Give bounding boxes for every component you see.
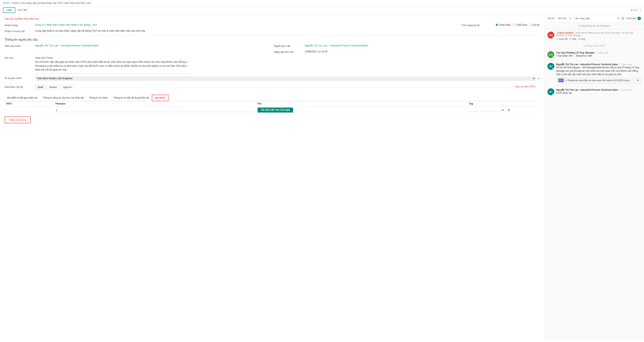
- tab-chi-tiet[interactable]: Thông tin chi tiết nội dung khảo sát: [110, 95, 152, 101]
- radio-du-an[interactable]: Dự án: [530, 24, 540, 26]
- next-page-button[interactable]: ›: [640, 8, 641, 12]
- giai-doan-review[interactable]: Review: [47, 85, 59, 89]
- right-tab-gui-tin[interactable]: Gửi tin: [548, 16, 555, 20]
- khach-hang-row: Khách hàng Công Ty TNHH Một Thành Viên N…: [4, 24, 540, 27]
- filename-cell[interactable]: [54, 106, 256, 114]
- tag-cell[interactable]: [468, 106, 506, 114]
- tab-dang-ky[interactable]: Thông tin đăng ký vào khu vực khảo sát: [40, 95, 86, 101]
- tag-select[interactable]: [469, 108, 504, 112]
- follow-count-badge: 4: [638, 17, 641, 20]
- breadcrumb: KSTK / 210813_Gói nâng cấp và hoàn thiện…: [3, 2, 641, 4]
- giai-doan-label: Giai đoạn nội bộ: [4, 85, 35, 88]
- activity-actions: ✓ Hoàn tất ✎ Sửa ✕ Huỷ: [556, 38, 641, 40]
- luu-button[interactable]: LƯU: [3, 7, 15, 13]
- avatar-dot-3: [552, 93, 554, 95]
- right-tab-len-cong-viec[interactable]: Lên công việc: [574, 16, 590, 20]
- sale-row: Sale phụ trách Nguyễn Thị Thu Lan – Indu…: [4, 44, 540, 56]
- ngay-gui-label: Ngày gửi yêu cầu: [274, 50, 305, 53]
- ks-select[interactable]: Trần Minh Khánh | E&I Engineer: [35, 76, 536, 80]
- section-title: Thông tin người yêu cầu: [4, 38, 540, 42]
- giai-doan-buttons: Draft Review Approve: [35, 85, 74, 89]
- patc-cell: [4, 106, 54, 114]
- sua-button[interactable]: ✎ Sửa: [570, 38, 576, 40]
- ks-phu-trach-row: Kĩ sư phụ trách Trần Minh Khánh | E&I En…: [4, 76, 540, 82]
- upload-button[interactable]: TẢI LÊN TẬP TIN CỦA BẠN: [258, 108, 293, 112]
- ks-row: Trần Minh Khánh | E&I Engineer ↗: [35, 76, 540, 80]
- activity1-text: • Giai đoạn: Mới → Đang thực hiện: [556, 54, 641, 58]
- col-tag: Tag: [468, 101, 506, 106]
- overdue-meta: 2 days overdue: "Nhờ anh/chị đánh giá yê…: [556, 32, 641, 36]
- tag-count-badge: 1: [621, 17, 625, 20]
- right-tab-ghi-chu[interactable]: Ghi chú: [558, 16, 566, 20]
- breadcrumb-title: 210813_Gói nâng cấp và hoàn thiện các TQ…: [12, 2, 91, 4]
- file-cell[interactable]: TẢI LÊN TẬP TIN CỦA BẠN: [256, 106, 468, 114]
- overdue-content: 2 days overdue: "Nhờ anh/chị đánh giá yê…: [556, 32, 641, 40]
- tab-tu-sales[interactable]: Thông tin từ Sales: [86, 95, 110, 101]
- breadcrumb-kstk[interactable]: KSTK /: [3, 2, 12, 4]
- ghi-chu-line4: Nhờ anh hỗ trợ giúp em nhé: [35, 68, 188, 72]
- sale-value: Nguyễn Thị Thu Lan – Industrial Process …: [35, 44, 270, 47]
- activity2-name: Nguyễn Thị Thu Lan - Industrial Process …: [556, 63, 641, 66]
- activity-item-2: NT Nguyễn Thị Thu Lan - Industrial Proce…: [544, 60, 644, 86]
- huy-activity-button[interactable]: ✕ Huỷ: [578, 38, 585, 40]
- pham-vi-value: Cung cấp thiết bị và sửa chữa, nâng cấp …: [35, 29, 540, 32]
- activity-section-header: ▼ Hoạt động đã Lên Kế hoạch: [544, 22, 644, 29]
- tab-dia-diem[interactable]: Địa điểm & thời gian khảo sát: [4, 95, 40, 101]
- file-type-icon: DOC: [558, 78, 564, 82]
- nguoi-yeu-cau-row: Người yêu cầu Nguyễn Thị Thu Lan – Indus…: [274, 44, 540, 47]
- right-badges: 🏷 1 Theo dõi 4: [617, 17, 641, 20]
- activity-item-3: NT Nguyễn Thị Thu Lan - Industrial Proce…: [544, 86, 644, 98]
- activity-section: ▼ Hoạt động đã Lên Kế hoạch CH 2 days ov…: [544, 22, 644, 98]
- hoan-tat-button[interactable]: ✓ Hoàn tất: [556, 38, 568, 40]
- prev-page-button[interactable]: ‹: [637, 8, 638, 12]
- filename-input[interactable]: [56, 108, 254, 112]
- right-top-tabs: Gửi tin Ghi chú ⊙ Lên công việc 🏷 1 Theo…: [544, 14, 644, 22]
- overdue-item: CH 2 days overdue: "Nhờ anh/chị đánh giá…: [544, 29, 644, 43]
- lien-ke-cong-viec-icon: ⊙: [570, 17, 571, 20]
- col-patc: PATC: [4, 101, 54, 106]
- ks-label: Kĩ sư phụ trách: [4, 76, 35, 80]
- theo-doi-button[interactable]: Theo dõi: [626, 17, 636, 20]
- delete-row-button[interactable]: 🗑: [507, 108, 510, 112]
- activity2-text: Hi Anh @Thinh Nguyen - WS Manager|VietAn…: [556, 66, 641, 76]
- del-cell[interactable]: 🗑: [506, 106, 540, 114]
- right-panel: Gửi tin Ghi chú ⊙ Lên công việc 🏷 1 Theo…: [544, 14, 644, 341]
- activity1-name: Cao Huy Phương | D' Eng. Manager - 2 ngà…: [556, 51, 641, 54]
- main-layout: Sau khi up files nhớ bấm lưu Khách hàng …: [0, 14, 644, 341]
- avatar-thu-lan-2: NT: [548, 88, 554, 95]
- avatar-status-dot: [552, 36, 554, 38]
- radio-trien-khai[interactable]: Triển khai: [513, 24, 527, 26]
- tag-icon: 🏷: [617, 17, 620, 20]
- khach-hang-label: Khách hàng: [4, 24, 35, 27]
- khach-hang-value: Công Ty TNHH Một Thành Viên Nhôm Lâm Đồn…: [35, 24, 454, 26]
- pham-vi-row: Phạm vi cung cấp Cung cấp thiết bị và sử…: [4, 29, 540, 32]
- giai-doan-row: Giai đoạn nội bộ Draft Review Approve Mụ…: [4, 85, 540, 92]
- ks-external-link-button[interactable]: ↗: [537, 77, 540, 80]
- overdue-avatar: CH: [548, 32, 554, 38]
- tinh-trang-label: Tình trạng dự án: [461, 24, 492, 27]
- file-name: 1. Phương án sửa chữa các trạm quan trắc…: [565, 79, 631, 82]
- giai-doan-approve[interactable]: Approve: [60, 85, 74, 89]
- tinh-trang-options: Chào thầu Triển khai Dự án: [496, 24, 540, 26]
- activity3-text: KSTK được tạo: [556, 91, 641, 95]
- ghi-chu-label: Ghi chú: [4, 56, 35, 59]
- avatar-cao-huy-phuong: CH: [548, 51, 554, 58]
- tab-file-patc[interactable]: File PATC: [152, 95, 168, 101]
- ghi-chu-line1: Dear Anh Thịnh,: [35, 56, 188, 60]
- activity3-content: Nguyễn Thị Thu Lan - Industrial Process …: [556, 88, 641, 95]
- ngay-gui-row: Ngày gửi yêu cầu 13/08/2021 12:13:35: [274, 50, 540, 53]
- giai-doan-draft[interactable]: Draft: [35, 85, 46, 89]
- radio-chao-thau[interactable]: Chào thầu: [496, 24, 510, 26]
- table-row: TẢI LÊN TẬP TIN CỦA BẠN 🗑: [4, 106, 540, 114]
- them-mot-dong-button[interactable]: Thêm một dòng: [4, 116, 31, 123]
- huy-button[interactable]: HUỶ BỎ: [18, 9, 27, 12]
- col-file: File: [256, 101, 468, 106]
- activity2-content: Nguyễn Thị Thu Lan - Industrial Process …: [556, 63, 641, 84]
- avatar-dot-1: [552, 56, 554, 58]
- toolbar: LƯU HUỶ BỎ 2 / 3 ‹ ›: [0, 6, 644, 14]
- ghi-chu-content: Dear Anh Thịnh, Em nhờ Anh sắp xếp giúp …: [35, 56, 188, 74]
- warning-text: Sau khi up files nhớ bấm lưu: [4, 17, 540, 20]
- file-download-icon[interactable]: ⬇: [637, 79, 639, 82]
- activity1-content: Cao Huy Phương | D' Eng. Manager - 2 ngà…: [556, 51, 641, 58]
- top-bar: KSTK / 210813_Gói nâng cấp và hoàn thiện…: [0, 0, 644, 6]
